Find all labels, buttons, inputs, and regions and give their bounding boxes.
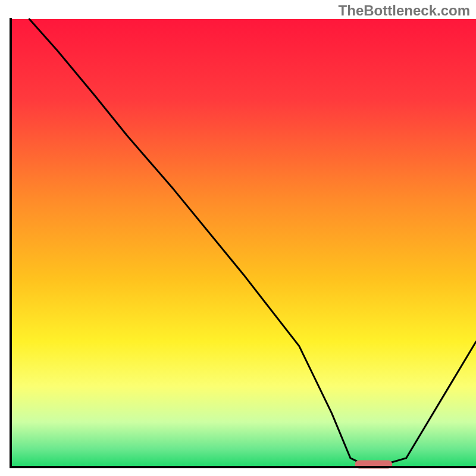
bottleneck-chart [0, 0, 476, 476]
watermark-text: TheBottleneck.com [339, 2, 470, 19]
svg-rect-0 [11, 19, 476, 467]
chart-container: TheBottleneck.com [0, 0, 476, 476]
